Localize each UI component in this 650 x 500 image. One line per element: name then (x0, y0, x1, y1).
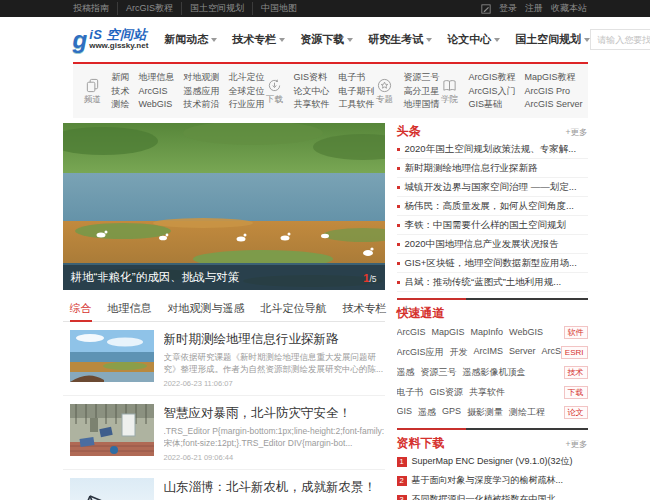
quick-link[interactable]: ArcSDE (542, 346, 561, 359)
headline-item[interactable]: 杨伟民：高质量发展，如何从空间角度... (397, 197, 588, 216)
site-logo[interactable]: g iS 空间站 www.gissky.net (73, 28, 149, 52)
headline-item[interactable]: 2020年国土空间规划政策法规、专家解... (397, 140, 588, 159)
carousel-title[interactable]: 耕地“非粮化”的成因、挑战与对策 (71, 270, 240, 285)
mm-link[interactable]: ArcGIS入门 (469, 85, 516, 99)
topbar-link-planning[interactable]: 国土空间规划 (182, 2, 253, 15)
headlines-more-link[interactable]: +更多 (566, 127, 588, 139)
news-thumbnail[interactable] (70, 478, 154, 500)
quick-link[interactable]: 遥感 (418, 406, 436, 419)
login-link[interactable]: 登录 (499, 2, 517, 15)
mm-link[interactable]: 电子书 (339, 71, 375, 85)
news-thumbnail[interactable] (70, 404, 154, 456)
download-item[interactable]: 2 基于面向对象与深度学习的榆树疏林... (397, 471, 588, 490)
nav-download[interactable]: 资源下载 (300, 32, 353, 47)
mm-link[interactable]: GIS资料 (294, 71, 330, 85)
nav-news[interactable]: 新闻动态 (164, 32, 217, 47)
quick-link[interactable]: 遥感 (397, 366, 415, 379)
news-item[interactable]: 山东淄博：北斗新农机，成就新农景！ .TRS_Editor P{margin-b… (63, 470, 385, 500)
news-title[interactable]: 山东淄博：北斗新农机，成就新农景！ (164, 479, 385, 496)
mm-link[interactable]: 共享软件 (294, 98, 330, 112)
topbar-link-guide[interactable]: 投稿指南 (63, 2, 118, 15)
quick-badge[interactable]: 论文 (564, 406, 588, 419)
quick-link[interactable]: 测绘工程 (509, 406, 545, 419)
news-title[interactable]: 新时期测绘地理信息行业探新路 (164, 331, 385, 348)
quick-link[interactable]: 电子书 (397, 386, 424, 399)
mm-link[interactable]: 论文中心 (294, 85, 330, 99)
quick-link[interactable]: MapGIS (432, 327, 465, 337)
mm-link[interactable]: 新闻 (112, 71, 130, 85)
news-thumbnail[interactable] (70, 330, 154, 382)
search-input[interactable] (590, 29, 650, 50)
mm-link[interactable]: 遥感应用 (184, 85, 220, 99)
quick-badge[interactable]: 软件 (564, 326, 588, 339)
quick-link[interactable]: WebGIS (509, 327, 543, 337)
hero-carousel[interactable]: 耕地“非粮化”的成因、挑战与对策 1/5 (63, 123, 385, 290)
quick-badge[interactable]: 下载 (564, 386, 588, 399)
headline-item[interactable]: 李铁：中国需要什么样的国土空间规划 (397, 216, 588, 235)
quick-badge[interactable]: 技术 (564, 366, 588, 379)
news-item[interactable]: 新时期测绘地理信息行业探新路 文章依据研究课题《新时期测绘地理信息重大发展问题研… (63, 322, 385, 396)
topbar-link-arcgis[interactable]: ArcGIS教程 (118, 2, 182, 15)
mm-link[interactable]: 地理国情 (404, 98, 440, 112)
quick-link[interactable]: ArcIMS (474, 346, 504, 359)
download-item[interactable]: 3 不同数据源归一化植被指数在中国北... (397, 490, 588, 500)
register-link[interactable]: 注册 (525, 2, 543, 15)
nav-planning[interactable]: 国土空间规划 (515, 32, 590, 47)
mm-link[interactable]: 工具软件 (339, 98, 375, 112)
mm-link[interactable]: ArcGIS Server (525, 98, 583, 112)
quick-link[interactable]: 摄影测量 (467, 406, 503, 419)
channel-entry[interactable]: 频道 (83, 78, 103, 106)
nav-exam[interactable]: 研究生考试 (368, 32, 432, 47)
special-entry[interactable]: 专题 (375, 78, 395, 106)
quick-link[interactable]: 共享软件 (469, 386, 505, 399)
mm-link[interactable]: 资源三号 (404, 71, 440, 85)
tab-gis[interactable]: 地理信息 (108, 296, 152, 321)
nav-tech[interactable]: 技术专栏 (232, 32, 285, 47)
mm-link[interactable]: 技术 (112, 85, 130, 99)
mm-link[interactable]: 北斗定位 (229, 71, 265, 85)
mm-link[interactable]: 测绘 (112, 98, 130, 112)
news-title[interactable]: 智慧应对暴雨，北斗防灾守安全！ (164, 405, 385, 422)
headline-item[interactable]: 城镇开发边界与国家空间治理 ——划定... (397, 178, 588, 197)
mm-link[interactable]: 技术前沿 (184, 98, 220, 112)
mm-link[interactable]: ArcGIS Pro (525, 85, 583, 99)
quick-link[interactable]: Server (509, 346, 536, 359)
quick-link[interactable]: ArcGIS应用 (397, 346, 444, 359)
quick-link[interactable]: 资源三号 (421, 366, 457, 379)
tab-tech-column[interactable]: 技术专栏 (343, 296, 387, 321)
topbar-link-chinamap[interactable]: 中国地图 (253, 2, 305, 15)
download-entry[interactable]: 下载 (265, 78, 285, 106)
tab-comprehensive[interactable]: 综合 (70, 296, 92, 322)
headline-item[interactable]: 吕斌：推动传统“蓝图式”土地利用规... (397, 273, 588, 292)
nav-papers[interactable]: 论文中心 (447, 32, 500, 47)
mm-link[interactable]: 电子期刊 (339, 85, 375, 99)
download-item[interactable]: 1 SuperMap ENC Designer (V9.1.0)(32位) (397, 452, 588, 471)
quick-link[interactable]: GPS (442, 406, 461, 419)
quick-link[interactable]: GIS资源 (430, 386, 464, 399)
quick-badge[interactable]: ESRI (561, 346, 588, 359)
downloads-more-link[interactable]: +更多 (566, 439, 588, 451)
mm-link[interactable]: MapGIS教程 (525, 71, 583, 85)
mm-link[interactable]: ArcGIS教程 (469, 71, 516, 85)
headline-item[interactable]: 新时期测绘地理信息行业探新路 (397, 159, 588, 178)
quick-link[interactable]: ArcGIS (397, 327, 426, 337)
quick-link[interactable]: 开发 (450, 346, 468, 359)
mm-link[interactable]: 全球定位 (229, 85, 265, 99)
news-item[interactable]: 智慧应对暴雨，北斗防灾守安全！ .TRS_Editor P{margin-bot… (63, 396, 385, 470)
mm-link[interactable]: 地理信息 (139, 71, 175, 85)
academy-entry[interactable]: 学院 (440, 78, 460, 106)
headline-item[interactable]: 2020中国地理信息产业发展状况报告 (397, 235, 588, 254)
favorite-link[interactable]: 收藏本站 (551, 2, 587, 15)
tab-remote-sensing[interactable]: 对地观测与遥感 (168, 296, 245, 321)
mm-link[interactable]: 对地观测 (184, 71, 220, 85)
tab-beidou[interactable]: 北斗定位导航 (261, 296, 327, 321)
mm-link[interactable]: WebGIS (139, 98, 175, 112)
mm-link[interactable]: 行业应用 (229, 98, 265, 112)
mm-link[interactable]: ArcGIS (139, 85, 175, 99)
mm-link[interactable]: 高分卫星 (404, 85, 440, 99)
quick-link[interactable]: MapInfo (471, 327, 504, 337)
mm-link[interactable]: GIS基础 (469, 98, 516, 112)
quick-link[interactable]: GIS (397, 406, 413, 419)
headline-item[interactable]: GIS+区块链，地理空间数据新型应用场... (397, 254, 588, 273)
quick-link[interactable]: 遥感影像机顶盒 (463, 366, 526, 379)
